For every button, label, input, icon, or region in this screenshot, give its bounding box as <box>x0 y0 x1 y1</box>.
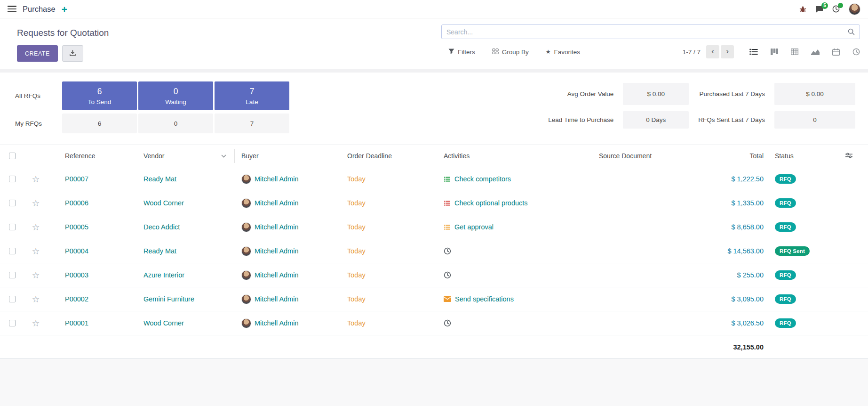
column-header-vendor[interactable]: Vendor <box>143 145 241 167</box>
vendor-link[interactable]: Azure Interior <box>143 271 184 279</box>
activity-link[interactable]: Get approval <box>454 223 494 231</box>
favorite-star-icon[interactable]: ☆ <box>32 271 40 280</box>
buyer-link[interactable]: Mitchell Admin <box>255 175 298 183</box>
activity-list-icon[interactable] <box>444 200 451 206</box>
row-checkbox[interactable] <box>9 272 16 278</box>
vendor-link[interactable]: Ready Mat <box>143 175 176 183</box>
activity-clock-icon[interactable] <box>444 271 451 279</box>
row-checkbox[interactable] <box>9 248 16 254</box>
favorite-star-icon[interactable]: ☆ <box>32 319 40 328</box>
reference-link[interactable]: P00007 <box>65 175 88 183</box>
favorite-star-icon[interactable]: ☆ <box>32 199 40 208</box>
search-input[interactable] <box>446 28 848 36</box>
row-checkbox[interactable] <box>9 296 16 302</box>
buyer-avatar <box>241 318 251 328</box>
buyer-avatar <box>241 222 251 232</box>
buyer-link[interactable]: Mitchell Admin <box>255 199 298 207</box>
app-name[interactable]: Purchase <box>23 5 56 14</box>
plus-icon[interactable]: + <box>62 4 67 14</box>
activity-clock-icon[interactable] <box>444 319 451 327</box>
kpi-to-send-button[interactable]: 6 To Send <box>62 81 137 110</box>
table-row[interactable]: ☆ P00002 Gemini Furniture Mitchell Admin… <box>0 287 868 311</box>
pivot-view-icon[interactable] <box>791 49 798 55</box>
panel-divider <box>0 69 868 73</box>
calendar-view-icon[interactable] <box>832 49 840 56</box>
table-row[interactable]: ☆ P00004 Ready Mat Mitchell Admin Today … <box>0 239 868 263</box>
list-view-icon[interactable] <box>749 49 758 55</box>
column-header-total[interactable]: Total <box>717 145 764 167</box>
my-to-send-value[interactable]: 6 <box>62 114 137 133</box>
optional-columns-icon[interactable] <box>845 152 852 160</box>
table-row[interactable]: ☆ P00001 Wood Corner Mitchell Admin Toda… <box>0 311 868 335</box>
buyer-link[interactable]: Mitchell Admin <box>255 271 298 279</box>
activity-link[interactable]: Check competitors <box>454 175 511 183</box>
kpi-value: 0 <box>174 87 178 97</box>
activities-clock-icon[interactable] <box>832 5 840 13</box>
vendor-link[interactable]: Gemini Furniture <box>143 295 194 303</box>
favorites-button[interactable]: ★ Favorites <box>546 49 580 56</box>
favorite-star-icon[interactable]: ☆ <box>32 223 40 232</box>
kpi-late-button[interactable]: 7 Late <box>215 81 289 110</box>
user-avatar[interactable] <box>849 3 860 15</box>
row-checkbox[interactable] <box>9 224 16 230</box>
table-row[interactable]: ☆ P00003 Azure Interior Mitchell Admin T… <box>0 263 868 287</box>
row-checkbox[interactable] <box>9 200 16 206</box>
export-button[interactable] <box>62 45 83 62</box>
buyer-link[interactable]: Mitchell Admin <box>255 319 298 327</box>
favorite-star-icon[interactable]: ☆ <box>32 175 40 184</box>
filters-button[interactable]: Filters <box>448 49 475 56</box>
column-header-activities[interactable]: Activities <box>444 145 599 167</box>
buyer-link[interactable]: Mitchell Admin <box>255 247 298 255</box>
create-button[interactable]: CREATE <box>17 45 58 62</box>
activity-list-icon[interactable] <box>444 224 451 230</box>
order-deadline: Today <box>347 295 366 303</box>
column-header-reference[interactable]: Reference <box>47 145 143 167</box>
control-panel: Requests for Quotation CREATE <box>0 18 868 69</box>
debug-bug-icon[interactable] <box>799 6 806 13</box>
search-bar[interactable] <box>441 24 860 39</box>
top-navbar: Purchase + 5 <box>0 0 868 18</box>
reference-link[interactable]: P00001 <box>65 319 88 327</box>
column-header-status[interactable]: Status <box>764 145 829 167</box>
row-checkbox[interactable] <box>9 176 16 182</box>
vendor-link[interactable]: Wood Corner <box>143 199 184 207</box>
table-row[interactable]: ☆ P00006 Wood Corner Mitchell Admin Toda… <box>0 191 868 215</box>
vendor-link[interactable]: Wood Corner <box>143 319 184 327</box>
pager-previous-button[interactable]: ‹ <box>706 45 719 58</box>
table-row[interactable]: ☆ P00005 Deco Addict Mitchell Admin Toda… <box>0 215 868 239</box>
buyer-link[interactable]: Mitchell Admin <box>255 295 298 303</box>
kanban-view-icon[interactable] <box>771 49 778 55</box>
search-icon[interactable] <box>848 28 855 35</box>
pager-next-button[interactable]: › <box>721 45 734 58</box>
reference-link[interactable]: P00003 <box>65 271 88 279</box>
reference-link[interactable]: P00005 <box>65 223 88 231</box>
kpi-value: 6 <box>97 87 102 97</box>
messages-icon[interactable]: 5 <box>815 6 823 13</box>
kpi-waiting-button[interactable]: 0 Waiting <box>138 81 213 110</box>
vendor-link[interactable]: Deco Addict <box>143 223 180 231</box>
reference-link[interactable]: P00004 <box>65 247 88 255</box>
my-waiting-value[interactable]: 0 <box>138 114 213 133</box>
graph-view-icon[interactable] <box>811 49 820 55</box>
column-header-deadline[interactable]: Order Deadline <box>347 145 444 167</box>
activity-link[interactable]: Check optional products <box>454 199 528 207</box>
activity-clock-icon[interactable] <box>444 247 451 255</box>
buyer-link[interactable]: Mitchell Admin <box>255 223 298 231</box>
table-row[interactable]: ☆ P00007 Ready Mat Mitchell Admin Today … <box>0 167 868 191</box>
vendor-link[interactable]: Ready Mat <box>143 247 176 255</box>
row-checkbox[interactable] <box>9 320 16 326</box>
activity-link[interactable]: Send specifications <box>455 295 514 303</box>
apps-menu-icon[interactable] <box>8 6 16 12</box>
reference-link[interactable]: P00002 <box>65 295 88 303</box>
column-header-buyer[interactable]: Buyer <box>241 145 347 167</box>
column-header-source[interactable]: Source Document <box>599 145 717 167</box>
favorite-star-icon[interactable]: ☆ <box>32 295 40 304</box>
select-all-checkbox[interactable] <box>9 153 16 159</box>
favorite-star-icon[interactable]: ☆ <box>32 247 40 256</box>
activity-view-icon[interactable] <box>852 48 860 56</box>
activity-list-icon[interactable] <box>444 176 451 182</box>
activity-mail-icon[interactable] <box>444 296 451 302</box>
reference-link[interactable]: P00006 <box>65 199 88 207</box>
group-by-button[interactable]: Group By <box>492 49 529 56</box>
my-late-value[interactable]: 7 <box>215 114 289 133</box>
